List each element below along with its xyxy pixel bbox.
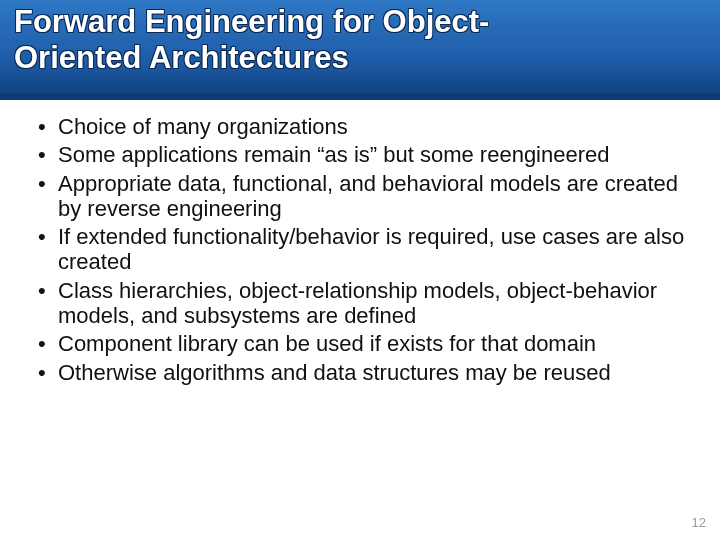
list-item: Class hierarchies, object-relationship m… [38,278,690,329]
list-item: Some applications remain “as is” but som… [38,142,690,167]
title-line-1: Forward Engineering for Object- [14,4,706,40]
page-number: 12 [692,515,706,530]
slide-body: Choice of many organizations Some applic… [0,100,720,385]
title-band: Forward Engineering for Object- Oriented… [0,0,720,100]
list-item: Component library can be used if exists … [38,331,690,356]
bullet-list: Choice of many organizations Some applic… [38,114,690,385]
slide: Forward Engineering for Object- Oriented… [0,0,720,540]
list-item: Choice of many organizations [38,114,690,139]
title-line-2: Oriented Architectures [14,40,706,76]
list-item: Otherwise algorithms and data structures… [38,360,690,385]
slide-title: Forward Engineering for Object- Oriented… [14,4,706,75]
list-item: Appropriate data, functional, and behavi… [38,171,690,222]
list-item: If extended functionality/behavior is re… [38,224,690,275]
